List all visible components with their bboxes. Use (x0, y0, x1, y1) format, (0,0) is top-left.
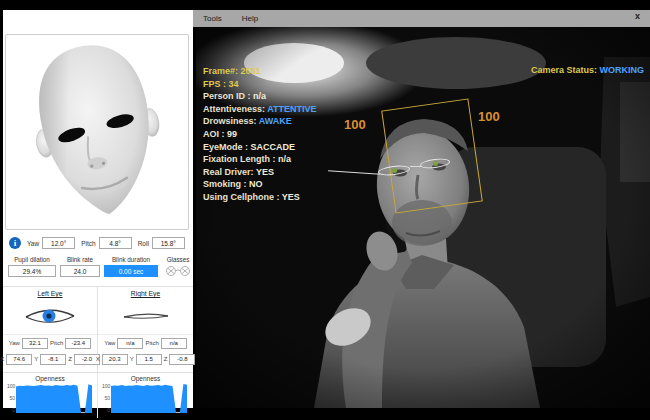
right-eye-panel: Right Eye Yaw n/a Pitch n/a X 20.3 Y (98, 287, 193, 372)
left-eye-pitch-label: Pitch (50, 340, 63, 346)
open-eye-icon (22, 303, 78, 329)
left-eye-title: Left Eye (3, 287, 97, 297)
face-confidence-right: 100 (478, 109, 500, 124)
roll-label: Roll (138, 240, 149, 247)
app-window: Tools Help x (0, 0, 650, 420)
left-eye-x-label: X (0, 356, 4, 362)
right-eye-title: Right Eye (98, 287, 193, 297)
openness-title-left: Openness (3, 375, 97, 382)
right-eye-yaw-label: Yaw (104, 340, 115, 346)
pupil-dilation-field[interactable]: 29.4% (8, 265, 56, 277)
overlay-frame: Frame#: 2081 (203, 65, 317, 78)
head-pose-row: i Yaw 12.0° Pitch 4.8° Roll 15.8° (3, 234, 193, 252)
blink-rate-field[interactable]: 24.0 (60, 265, 100, 277)
right-eye-yaw-field[interactable]: n/a (117, 338, 143, 349)
closed-eye-icon (118, 303, 174, 329)
head-3d-model (6, 35, 188, 229)
eyes-section: Left Eye Yaw 32.1 Pitch -23.4 X (3, 286, 193, 372)
openness-left-plot (16, 383, 92, 413)
eye-tracking-line (410, 166, 422, 167)
yaw-field[interactable]: 12.0° (42, 237, 75, 249)
overlay-attentiveness: Attentiveness: ATTENTIVE (203, 103, 317, 116)
analytics-panel: i Yaw 12.0° Pitch 4.8° Roll 15.8° Pupil … (3, 10, 193, 408)
right-eye-y-field[interactable]: 1.5 (136, 354, 162, 365)
close-icon[interactable]: x (635, 11, 640, 21)
right-eye-pitch-field[interactable]: n/a (161, 338, 187, 349)
camera-feed[interactable]: 100 100 Frame#: 2081 FPS : 34 Person ID … (196, 27, 650, 408)
left-eye-z-label: Z (68, 356, 72, 362)
face-bounding-box (381, 98, 483, 213)
left-eye-openness-chart: Openness 100500 (3, 373, 98, 418)
glasses-crossed-icon (164, 265, 192, 277)
telemetry-overlay: Frame#: 2081 FPS : 34 Person ID : n/a At… (203, 65, 317, 204)
right-eye-y-label: Y (130, 356, 134, 362)
left-eye-pitch-field[interactable]: -23.4 (65, 338, 91, 349)
openness-left-yaxis: 100500 (7, 383, 16, 413)
openness-right-plot (111, 383, 187, 413)
left-eye-y-field[interactable]: -8.1 (40, 354, 66, 365)
overlay-drowsiness: Drowsiness: AWAKE (203, 115, 317, 128)
left-eye-panel: Left Eye Yaw 32.1 Pitch -23.4 X (3, 287, 98, 372)
menu-help[interactable]: Help (232, 14, 268, 23)
left-eye-yaw-field[interactable]: 32.1 (22, 338, 48, 349)
left-gaze-point (392, 168, 397, 173)
left-eye-yaw-label: Yaw (9, 340, 20, 346)
blink-duration-label: Blink duration (112, 256, 150, 263)
face-confidence-left: 100 (344, 117, 366, 132)
overlay-eyemode: EyeMode : SACCADE (203, 141, 317, 154)
right-eye-x-field[interactable]: 20.3 (102, 354, 128, 365)
roll-field[interactable]: 15.8° (152, 237, 185, 249)
menu-bar: Tools Help x (193, 10, 650, 27)
openness-right-yaxis: 100500 (102, 383, 111, 413)
overlay-aoi: AOI : 99 (203, 128, 317, 141)
right-eye-drawing (98, 297, 193, 335)
openness-title-right: Openness (98, 375, 193, 382)
metrics-row: Pupil dilation 29.4% Blink rate 24.0 Bli… (3, 256, 193, 284)
overlay-fps: FPS : 34 (203, 78, 317, 91)
yaw-label: Yaw (27, 240, 39, 247)
overlay-fixation: Fixation Length : n/a (203, 153, 317, 166)
right-eye-openness-chart: Openness 100500 (98, 373, 193, 418)
right-gaze-point (433, 161, 438, 166)
left-eye-y-label: Y (34, 356, 38, 362)
glasses-label: Glasses (167, 256, 190, 263)
blink-duration-field[interactable]: 0.00 sec (104, 265, 157, 277)
pitch-field[interactable]: 4.8° (99, 237, 132, 249)
head-model-viewport[interactable] (5, 34, 189, 230)
left-eye-x-field[interactable]: 74.6 (6, 354, 32, 365)
overlay-smoking: Smoking : NO (203, 178, 317, 191)
pitch-label: Pitch (81, 240, 95, 247)
right-eye-z-field[interactable]: -0.8 (169, 354, 195, 365)
camera-status: Camera Status: WORKING (531, 65, 644, 75)
overlay-person-id: Person ID : n/a (203, 90, 317, 103)
menu-tools[interactable]: Tools (193, 14, 232, 23)
openness-section: Openness 100500 Openness 100500 (3, 372, 193, 418)
pupil-dilation-label: Pupil dilation (14, 256, 50, 263)
overlay-real-driver: Real Driver: YES (203, 166, 317, 179)
info-icon[interactable]: i (9, 237, 21, 249)
blink-rate-label: Blink rate (67, 256, 93, 263)
left-eye-drawing (3, 297, 97, 335)
right-eye-pitch-label: Pitch (145, 340, 158, 346)
right-eye-x-label: X (96, 356, 100, 362)
overlay-cellphone: Using Cellphone : YES (203, 191, 317, 204)
right-eye-z-label: Z (164, 356, 168, 362)
